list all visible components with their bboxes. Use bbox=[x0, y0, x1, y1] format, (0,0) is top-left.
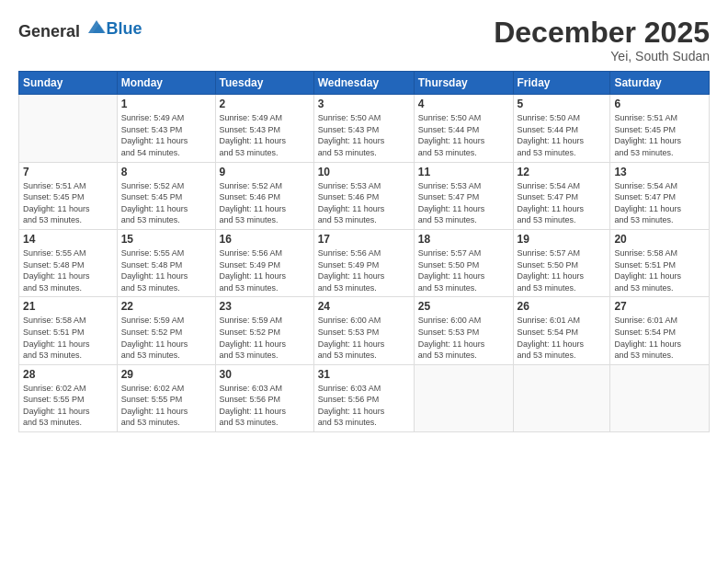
calendar-cell bbox=[610, 364, 710, 431]
day-number: 7 bbox=[23, 166, 113, 178]
day-info: Sunrise: 6:02 AM Sunset: 5:55 PM Dayligh… bbox=[121, 383, 211, 429]
day-info: Sunrise: 5:49 AM Sunset: 5:43 PM Dayligh… bbox=[121, 112, 211, 158]
calendar-cell: 30Sunrise: 6:03 AM Sunset: 5:56 PM Dayli… bbox=[215, 364, 313, 431]
day-number: 23 bbox=[220, 300, 310, 313]
calendar-cell: 24Sunrise: 6:00 AM Sunset: 5:53 PM Dayli… bbox=[313, 297, 414, 364]
day-number: 17 bbox=[318, 233, 410, 246]
day-info: Sunrise: 5:53 AM Sunset: 5:46 PM Dayligh… bbox=[318, 180, 410, 226]
day-info: Sunrise: 5:58 AM Sunset: 5:51 PM Dayligh… bbox=[614, 247, 705, 293]
day-number: 5 bbox=[518, 98, 607, 110]
col-saturday: Saturday bbox=[610, 72, 710, 95]
day-info: Sunrise: 5:52 AM Sunset: 5:46 PM Dayligh… bbox=[220, 180, 310, 226]
col-friday: Friday bbox=[513, 72, 610, 95]
day-info: Sunrise: 6:02 AM Sunset: 5:55 PM Dayligh… bbox=[23, 383, 113, 429]
title-block: December 2025 Yei, South Sudan bbox=[494, 17, 710, 63]
day-info: Sunrise: 5:50 AM Sunset: 5:44 PM Dayligh… bbox=[418, 112, 509, 158]
day-info: Sunrise: 5:51 AM Sunset: 5:45 PM Dayligh… bbox=[614, 112, 705, 158]
day-number: 27 bbox=[614, 300, 705, 313]
week-row-3: 14Sunrise: 5:55 AM Sunset: 5:48 PM Dayli… bbox=[19, 229, 710, 296]
calendar-cell: 26Sunrise: 6:01 AM Sunset: 5:54 PM Dayli… bbox=[513, 297, 610, 364]
header-row-days: Sunday Monday Tuesday Wednesday Thursday… bbox=[19, 72, 710, 95]
day-number: 20 bbox=[614, 233, 705, 246]
col-sunday: Sunday bbox=[19, 72, 118, 95]
calendar-cell: 1Sunrise: 5:49 AM Sunset: 5:43 PM Daylig… bbox=[117, 95, 215, 162]
day-number: 13 bbox=[614, 166, 705, 178]
day-number: 9 bbox=[220, 166, 310, 178]
day-number: 2 bbox=[220, 98, 310, 110]
day-info: Sunrise: 6:00 AM Sunset: 5:53 PM Dayligh… bbox=[418, 315, 509, 361]
col-thursday: Thursday bbox=[414, 72, 513, 95]
week-row-4: 21Sunrise: 5:58 AM Sunset: 5:51 PM Dayli… bbox=[19, 297, 710, 364]
col-tuesday: Tuesday bbox=[215, 72, 313, 95]
day-number: 29 bbox=[121, 368, 211, 381]
day-info: Sunrise: 5:53 AM Sunset: 5:47 PM Dayligh… bbox=[418, 180, 509, 226]
day-info: Sunrise: 5:57 AM Sunset: 5:50 PM Dayligh… bbox=[518, 247, 607, 293]
calendar-cell: 23Sunrise: 5:59 AM Sunset: 5:52 PM Dayli… bbox=[215, 297, 313, 364]
logo-icon bbox=[86, 17, 107, 37]
day-number: 1 bbox=[121, 98, 211, 110]
calendar-cell: 20Sunrise: 5:58 AM Sunset: 5:51 PM Dayli… bbox=[610, 229, 710, 296]
day-number: 10 bbox=[318, 166, 410, 178]
calendar-cell: 4Sunrise: 5:50 AM Sunset: 5:44 PM Daylig… bbox=[414, 95, 513, 162]
day-number: 15 bbox=[121, 233, 211, 246]
calendar-cell: 21Sunrise: 5:58 AM Sunset: 5:51 PM Dayli… bbox=[19, 297, 118, 364]
calendar-cell: 19Sunrise: 5:57 AM Sunset: 5:50 PM Dayli… bbox=[513, 229, 610, 296]
logo: General Blue bbox=[18, 17, 142, 41]
day-number: 26 bbox=[518, 300, 607, 313]
calendar-cell: 13Sunrise: 5:54 AM Sunset: 5:47 PM Dayli… bbox=[610, 162, 710, 229]
calendar: Sunday Monday Tuesday Wednesday Thursday… bbox=[18, 71, 710, 432]
calendar-cell bbox=[19, 95, 118, 162]
calendar-cell: 3Sunrise: 5:50 AM Sunset: 5:43 PM Daylig… bbox=[313, 95, 414, 162]
day-info: Sunrise: 6:03 AM Sunset: 5:56 PM Dayligh… bbox=[220, 383, 310, 429]
calendar-cell: 7Sunrise: 5:51 AM Sunset: 5:45 PM Daylig… bbox=[19, 162, 118, 229]
day-info: Sunrise: 5:59 AM Sunset: 5:52 PM Dayligh… bbox=[121, 315, 211, 361]
calendar-cell bbox=[414, 364, 513, 431]
day-info: Sunrise: 5:56 AM Sunset: 5:49 PM Dayligh… bbox=[318, 247, 410, 293]
col-wednesday: Wednesday bbox=[313, 72, 414, 95]
col-monday: Monday bbox=[117, 72, 215, 95]
day-info: Sunrise: 5:56 AM Sunset: 5:49 PM Dayligh… bbox=[220, 247, 310, 293]
calendar-cell: 10Sunrise: 5:53 AM Sunset: 5:46 PM Dayli… bbox=[313, 162, 414, 229]
calendar-cell: 17Sunrise: 5:56 AM Sunset: 5:49 PM Dayli… bbox=[313, 229, 414, 296]
calendar-cell: 28Sunrise: 6:02 AM Sunset: 5:55 PM Dayli… bbox=[19, 364, 118, 431]
day-number: 6 bbox=[614, 98, 705, 110]
calendar-cell: 25Sunrise: 6:00 AM Sunset: 5:53 PM Dayli… bbox=[414, 297, 513, 364]
day-number: 16 bbox=[220, 233, 310, 246]
day-number: 28 bbox=[23, 368, 113, 381]
logo-blue: Blue bbox=[107, 19, 142, 38]
day-info: Sunrise: 5:50 AM Sunset: 5:44 PM Dayligh… bbox=[518, 112, 607, 158]
calendar-cell: 2Sunrise: 5:49 AM Sunset: 5:43 PM Daylig… bbox=[215, 95, 313, 162]
calendar-cell: 15Sunrise: 5:55 AM Sunset: 5:48 PM Dayli… bbox=[117, 229, 215, 296]
month-title: December 2025 bbox=[494, 17, 710, 49]
day-info: Sunrise: 5:58 AM Sunset: 5:51 PM Dayligh… bbox=[23, 315, 113, 361]
calendar-cell: 27Sunrise: 6:01 AM Sunset: 5:54 PM Dayli… bbox=[610, 297, 710, 364]
day-number: 8 bbox=[121, 166, 211, 178]
day-info: Sunrise: 6:01 AM Sunset: 5:54 PM Dayligh… bbox=[518, 315, 607, 361]
day-number: 3 bbox=[318, 98, 410, 110]
day-number: 4 bbox=[418, 98, 509, 110]
day-number: 22 bbox=[121, 300, 211, 313]
day-number: 30 bbox=[220, 368, 310, 381]
day-info: Sunrise: 5:54 AM Sunset: 5:47 PM Dayligh… bbox=[614, 180, 705, 226]
day-info: Sunrise: 5:50 AM Sunset: 5:43 PM Dayligh… bbox=[318, 112, 410, 158]
day-info: Sunrise: 6:00 AM Sunset: 5:53 PM Dayligh… bbox=[318, 315, 410, 361]
calendar-cell: 18Sunrise: 5:57 AM Sunset: 5:50 PM Dayli… bbox=[414, 229, 513, 296]
calendar-cell: 14Sunrise: 5:55 AM Sunset: 5:48 PM Dayli… bbox=[19, 229, 118, 296]
week-row-5: 28Sunrise: 6:02 AM Sunset: 5:55 PM Dayli… bbox=[19, 364, 710, 431]
day-number: 18 bbox=[418, 233, 509, 246]
day-info: Sunrise: 5:51 AM Sunset: 5:45 PM Dayligh… bbox=[23, 180, 113, 226]
day-number: 25 bbox=[418, 300, 509, 313]
header-row: General Blue December 2025 Yei, South Su… bbox=[18, 17, 710, 63]
calendar-cell: 31Sunrise: 6:03 AM Sunset: 5:56 PM Dayli… bbox=[313, 364, 414, 431]
day-info: Sunrise: 5:52 AM Sunset: 5:45 PM Dayligh… bbox=[121, 180, 211, 226]
day-number: 14 bbox=[23, 233, 113, 246]
subtitle: Yei, South Sudan bbox=[494, 49, 710, 63]
calendar-cell: 6Sunrise: 5:51 AM Sunset: 5:45 PM Daylig… bbox=[610, 95, 710, 162]
calendar-cell: 22Sunrise: 5:59 AM Sunset: 5:52 PM Dayli… bbox=[117, 297, 215, 364]
day-info: Sunrise: 5:54 AM Sunset: 5:47 PM Dayligh… bbox=[518, 180, 607, 226]
calendar-cell: 12Sunrise: 5:54 AM Sunset: 5:47 PM Dayli… bbox=[513, 162, 610, 229]
day-number: 12 bbox=[518, 166, 607, 178]
week-row-1: 1Sunrise: 5:49 AM Sunset: 5:43 PM Daylig… bbox=[19, 95, 710, 162]
day-number: 31 bbox=[318, 368, 410, 381]
day-number: 11 bbox=[418, 166, 509, 178]
